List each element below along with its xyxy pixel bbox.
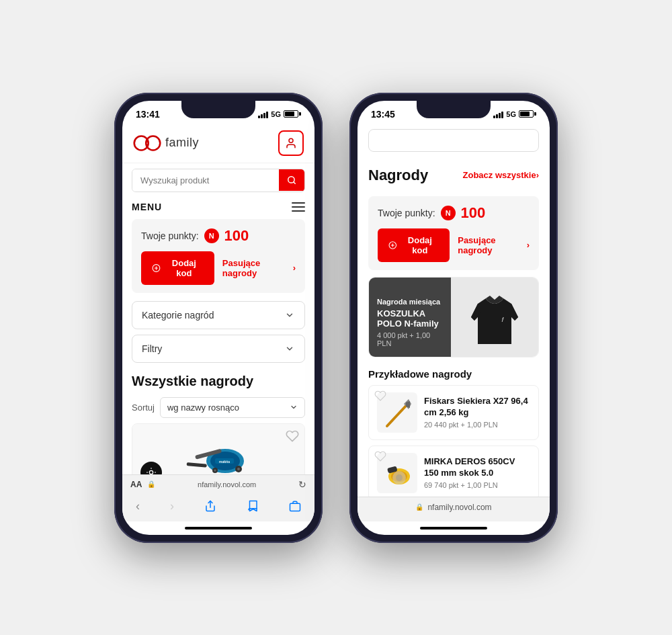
svg-text:makita: makita <box>219 460 230 464</box>
search-button-1[interactable] <box>279 169 304 191</box>
featured-award-card[interactable]: Nagroda miesiąca KOSZULKA POLO N-family … <box>368 277 539 357</box>
heart-icon-2[interactable] <box>374 450 386 462</box>
bookmarks-button-1[interactable] <box>247 500 259 512</box>
points-card-2: Twoje punkty: N 100 Dodaj kod Pasujące n… <box>368 196 539 270</box>
points-coin-icon-1: N <box>204 228 219 243</box>
points-label-1: Twoje punkty: <box>141 230 199 241</box>
favorite-icon-1[interactable] <box>286 429 299 446</box>
svg-text:ƒ: ƒ <box>501 316 505 322</box>
browser-aa-1: AA <box>130 480 142 489</box>
product-name-2: MIRKA DEROS 650CV 150 mm skok 5.0 <box>424 456 530 479</box>
lock-icon-1: 🔒 <box>147 480 155 488</box>
back-button-1[interactable]: ‹ <box>136 499 140 513</box>
svg-point-3 <box>289 138 293 142</box>
logo-area-1: family <box>133 134 199 152</box>
signal-icon-1 <box>258 110 268 118</box>
featured-award-image: ƒ <box>451 278 538 357</box>
product-image-1: makita <box>132 424 304 474</box>
browser-url-2: nfamily.novol.com <box>427 503 491 512</box>
categories-label-1: Kategorie nagród <box>142 310 214 321</box>
heart-icon-1[interactable] <box>374 390 386 402</box>
battery-icon-2 <box>519 110 536 118</box>
points-actions-2: Dodaj kod Pasujące nagrody › <box>378 228 530 262</box>
matching-awards-link-2[interactable]: Pasujące nagrody › <box>458 235 530 255</box>
home-indicator-1 <box>122 521 314 535</box>
svg-point-15 <box>214 469 216 471</box>
lock-icon-2: 🔒 <box>415 503 423 511</box>
product-pts-2: 69 740 pkt + 1,00 PLN <box>424 481 530 489</box>
browser-bar-1: AA 🔒 nfamily.novol.com ↻ <box>122 474 314 494</box>
browser-nav-1: ‹ › <box>122 494 314 521</box>
points-actions-1: Dodaj kod Pasujące nagrody › <box>141 251 296 285</box>
menu-row-1: MENU <box>122 198 314 219</box>
sort-select-1[interactable]: wg nazwy rosnąco <box>160 397 305 418</box>
filters-dropdown-1[interactable]: Filtry <box>132 335 305 363</box>
circle-overlay-1 <box>140 462 162 474</box>
search-bar-top-2[interactable] <box>368 129 539 152</box>
points-coin-icon-2: N <box>441 206 456 220</box>
svg-point-13 <box>237 468 240 470</box>
logo-icon-1 <box>133 134 161 152</box>
all-awards-title: Wszystkie nagrody <box>122 368 314 394</box>
chevron-down-icon-1 <box>284 310 295 321</box>
status-time-2: 13:45 <box>371 109 395 120</box>
product-info-1: Fiskars Siekiera X27 96,4 cm 2,56 kg 20 … <box>424 396 530 429</box>
product-image-vacuum: makita <box>181 434 255 474</box>
product-name-1: Fiskars Siekiera X27 96,4 cm 2,56 kg <box>424 396 530 419</box>
thumb-area-1 <box>377 392 417 433</box>
user-button-1[interactable] <box>278 130 304 156</box>
points-label-2: Twoje punkty: <box>378 208 435 218</box>
points-value-1: 100 <box>224 227 249 245</box>
page-header-2: Nagrody Zobacz wszystkie › <box>358 161 550 196</box>
svg-point-26 <box>396 474 403 481</box>
network-label-2: 5G <box>506 110 516 118</box>
search-bar-1 <box>132 169 305 192</box>
page-title-row-2: Nagrody Zobacz wszystkie › <box>368 167 539 184</box>
phone1-content: family MENU <box>122 125 314 474</box>
share-button-1[interactable] <box>204 500 216 512</box>
points-value-2: 100 <box>461 204 486 222</box>
notch-1 <box>181 101 255 118</box>
page-title-2: Nagrody <box>368 167 428 184</box>
svg-rect-9 <box>187 462 207 468</box>
points-card-1: Twoje punkty: N 100 Dodaj kod Pasujące n… <box>132 219 305 293</box>
award-badge: Nagroda miesiąca <box>377 298 443 306</box>
phone2-content: Nagrody Zobacz wszystkie › Twoje punkty:… <box>358 125 550 497</box>
browser-bar-2: 🔒 nfamily.novol.com <box>358 497 550 521</box>
add-code-button-2[interactable]: Dodaj kod <box>378 228 450 262</box>
signal-icon-2 <box>493 110 503 118</box>
hamburger-menu-1[interactable] <box>292 202 305 212</box>
logo-text-1: family <box>165 136 199 150</box>
points-row-1: Twoje punkty: N 100 <box>141 227 296 245</box>
browser-url-1: nfamily.novol.com <box>161 480 293 489</box>
matching-awards-link-1[interactable]: Pasujące nagrody › <box>222 258 296 278</box>
search-top-area <box>358 125 550 161</box>
svg-point-16 <box>149 470 153 474</box>
product-list-item-2[interactable]: MIRKA DEROS 650CV 150 mm skok 5.0 69 740… <box>368 446 539 497</box>
chevron-down-icon-2 <box>284 343 295 354</box>
reload-icon-1[interactable]: ↻ <box>298 479 306 490</box>
categories-dropdown-1[interactable]: Kategorie nagród <box>132 301 305 329</box>
sort-label-1: Sortuj <box>132 403 155 413</box>
product-card-1[interactable]: makita <box>132 423 305 474</box>
product-list-item-1[interactable]: Fiskars Siekiera X27 96,4 cm 2,56 kg 20 … <box>368 385 539 440</box>
tabs-button-1[interactable] <box>289 500 301 512</box>
status-icons-1: 5G <box>258 110 301 118</box>
see-all-link-2[interactable]: Zobacz wszystkie › <box>463 170 539 180</box>
status-time-1: 13:41 <box>136 109 160 120</box>
sort-row-1: Sortuj wg nazwy rosnąco <box>122 394 314 423</box>
award-price: 4 000 pkt + 1,00 PLN <box>377 331 443 347</box>
home-indicator-2 <box>358 521 550 535</box>
phone-1: 13:41 5G <box>114 93 323 543</box>
add-code-button-1[interactable]: Dodaj kod <box>141 251 214 285</box>
featured-award-info: Nagroda miesiąca KOSZULKA POLO N-family … <box>369 278 451 357</box>
search-input-1[interactable] <box>132 169 279 192</box>
svg-line-21 <box>387 406 406 426</box>
product-info-2: MIRKA DEROS 650CV 150 mm skok 5.0 69 740… <box>424 456 530 490</box>
menu-label-1: MENU <box>132 202 162 212</box>
thumb-area-2 <box>377 453 417 493</box>
notch-2 <box>417 101 491 118</box>
network-label-1: 5G <box>271 110 281 118</box>
svg-rect-18 <box>290 503 300 511</box>
status-icons-2: 5G <box>493 110 536 118</box>
